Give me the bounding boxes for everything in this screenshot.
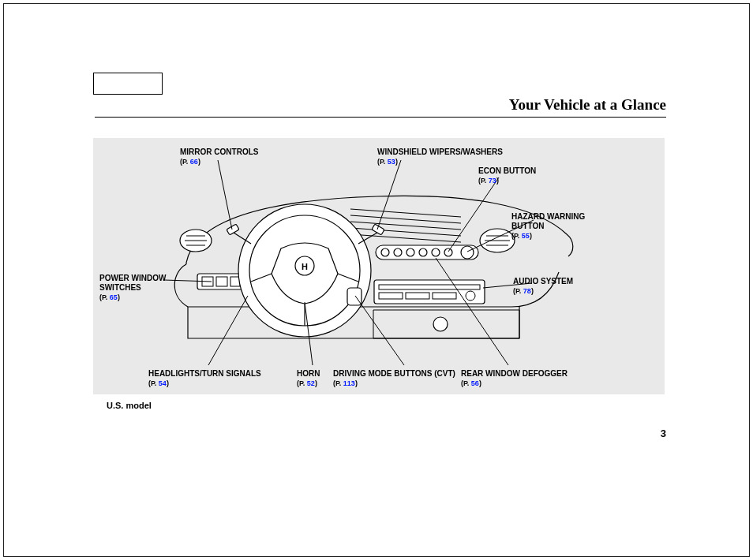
svg-point-10 — [394, 248, 402, 256]
figure-caption: U.S. model — [107, 401, 152, 410]
title-rule — [95, 117, 666, 118]
page-link[interactable]: 113 — [343, 379, 355, 387]
callout-hazard: HAZARD WARNING BUTTON (P. 55) — [511, 203, 622, 250]
page-link[interactable]: 65 — [110, 293, 118, 301]
page-number: 3 — [661, 427, 666, 439]
label: POWER WINDOW SWITCHES — [99, 274, 166, 292]
svg-point-11 — [406, 248, 414, 256]
svg-point-26 — [433, 317, 448, 331]
label: AUDIO SYSTEM — [513, 277, 573, 286]
label: DRIVING MODE BUTTONS (CVT) — [333, 369, 455, 378]
svg-line-42 — [208, 296, 248, 365]
page-link[interactable]: 54 — [159, 379, 167, 387]
label: MIRROR CONTROLS — [180, 147, 258, 156]
page-link[interactable]: 73 — [489, 177, 496, 185]
callout-audio: AUDIO SYSTEM (P. 78) — [513, 277, 608, 296]
label: WINDSHIELD WIPERS/WASHERS — [377, 147, 503, 156]
callout-headlights: HEADLIGHTS/TURN SIGNALS (P. 54) — [148, 369, 306, 388]
svg-point-14 — [444, 248, 452, 256]
label: ECON BUTTON — [478, 166, 536, 175]
page-link[interactable]: 55 — [522, 232, 530, 240]
page-link[interactable]: 52 — [307, 379, 315, 387]
callout-defogger: REAR WINDOW DEFOGGER (P. 56) — [461, 369, 603, 388]
svg-rect-31 — [227, 224, 239, 235]
page-link[interactable]: 66 — [190, 158, 198, 166]
svg-rect-33 — [347, 288, 362, 305]
page-title: Your Vehicle at a Glance — [509, 96, 666, 114]
callout-power-window: POWER WINDOW SWITCHES (P. 65) — [99, 264, 186, 312]
svg-text:H: H — [302, 262, 308, 271]
svg-line-34 — [218, 160, 232, 230]
page-link[interactable]: 78 — [523, 287, 531, 295]
callout-mirror-controls: MIRROR CONTROLS (P. 66) — [180, 147, 290, 166]
manual-page: Your Vehicle at a Glance .ln{fill:none;s… — [0, 0, 753, 560]
dashboard-figure: .ln{fill:none;stroke:#000;stroke-width:1… — [93, 138, 665, 394]
svg-point-12 — [419, 248, 427, 256]
callout-econ: ECON BUTTON (P. 73) — [478, 166, 573, 185]
svg-point-15 — [461, 246, 474, 259]
callout-driving-mode: DRIVING MODE BUTTONS (CVT) (P. 113) — [333, 369, 475, 388]
page-link[interactable]: 53 — [388, 158, 395, 166]
callout-wipers: WINDSHIELD WIPERS/WASHERS (P. 53) — [377, 147, 535, 166]
svg-point-13 — [432, 248, 440, 256]
header-box — [93, 73, 163, 95]
steering-wheel: H — [227, 204, 384, 337]
label: HAZARD WARNING BUTTON — [511, 212, 585, 230]
svg-rect-32 — [372, 224, 384, 235]
label: HEADLIGHTS/TURN SIGNALS — [148, 369, 261, 378]
svg-line-39 — [436, 258, 508, 365]
label: REAR WINDOW DEFOGGER — [461, 369, 568, 378]
svg-line-35 — [377, 160, 401, 230]
svg-point-9 — [381, 248, 389, 256]
svg-line-40 — [355, 296, 404, 365]
